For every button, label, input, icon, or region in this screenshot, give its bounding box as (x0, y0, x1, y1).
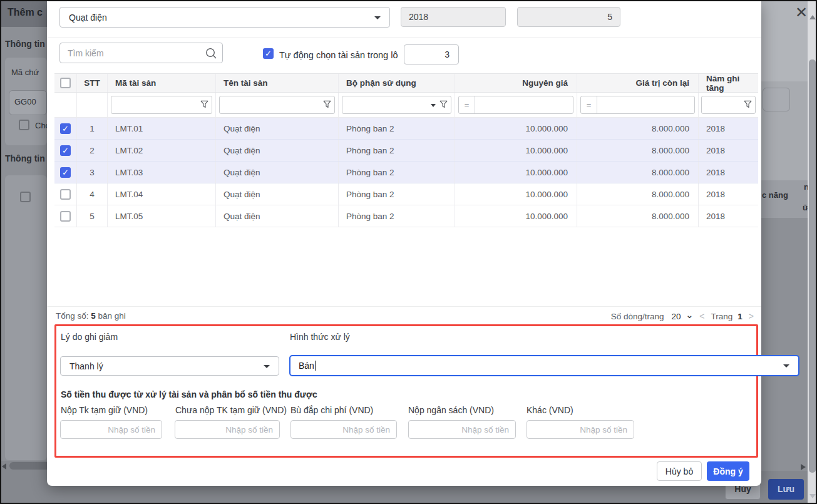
select-all-checkbox[interactable]: ✓ (60, 78, 71, 88)
column-header-cost[interactable]: Nguyên giá (455, 74, 577, 92)
background-text-fragment-2: c năng (762, 190, 788, 200)
cell-cost: 10.000.000 (455, 205, 577, 227)
row-checkbox[interactable]: ✓ (60, 145, 71, 156)
cell-year: 2018 (699, 118, 758, 139)
filter-cost-input[interactable]: = (458, 96, 573, 114)
background-checkbox-2 (20, 192, 31, 202)
row-checkbox[interactable]: ✓ (60, 123, 71, 134)
search-icon[interactable] (205, 47, 217, 62)
cell-dept: Phòng ban 2 (339, 162, 455, 183)
auto-select-count-input[interactable]: 3 (404, 44, 459, 64)
cell-name: Quạt điện (216, 183, 339, 205)
money-input-4[interactable] (408, 420, 516, 439)
money-input-5[interactable] (527, 420, 634, 439)
equals-operator-icon[interactable]: = (581, 96, 597, 113)
background-input-fragment (763, 88, 790, 111)
asset-group-dropdown[interactable]: Quạt điện (59, 7, 390, 28)
cell-code: LMT.01 (108, 118, 216, 139)
filter-remaining-input[interactable]: = (580, 96, 695, 114)
cell-stt: 4 (77, 183, 108, 205)
cell-remaining: 8.000.000 (577, 140, 699, 161)
total-count: 5 (91, 311, 96, 321)
scroll-right-arrow-icon[interactable] (801, 464, 806, 470)
row-checkbox[interactable]: ✓ (60, 167, 71, 178)
page-label: Trang (711, 312, 733, 321)
table-row[interactable]: ✓ 5 LMT.05 Quạt điện Phòng ban 2 10.000.… (54, 205, 758, 227)
filter-funnel-icon[interactable] (744, 100, 752, 110)
prev-page-button[interactable]: < (698, 311, 706, 321)
cell-stt: 1 (77, 118, 108, 139)
vertical-scrollbar-thumb[interactable] (809, 59, 816, 473)
table-row[interactable]: ✓ 2 LMT.02 Quạt điện Phòng ban 2 10.000.… (54, 140, 758, 162)
chevron-down-icon[interactable]: ⌄ (686, 310, 694, 320)
money-input-3[interactable] (290, 420, 397, 439)
total-suffix: bản ghi (98, 311, 126, 321)
money-label-3: Bù đắp chi phí (VND) (290, 405, 373, 415)
confirm-button[interactable]: Đồng ý (707, 461, 749, 481)
cell-stt: 5 (77, 205, 108, 227)
money-label-4: Nộp ngân sách (VND) (408, 405, 494, 415)
scroll-left-arrow-icon[interactable] (2, 463, 6, 470)
quantity-field: 5 (517, 7, 620, 27)
asset-disposal-modal: Quạt điện 2018 5 ✓ Tự động chọn tài sản … (47, 0, 761, 486)
column-header-code[interactable]: Mã tài sản (108, 74, 216, 92)
money-input-2[interactable] (175, 420, 280, 439)
table-row[interactable]: ✓ 1 LMT.01 Quạt điện Phòng ban 2 10.000.… (54, 118, 758, 140)
total-records: Tổng số: 5 bản ghi (56, 311, 126, 321)
column-header-stt[interactable]: STT (77, 74, 108, 92)
auto-select-label: Tự động chọn tài sản trong lô (279, 50, 398, 60)
reason-dropdown[interactable]: Thanh lý (60, 356, 279, 376)
text-cursor (315, 361, 316, 371)
auto-select-checkbox[interactable]: ✓ (263, 48, 274, 59)
background-panel-2 (5, 175, 47, 460)
money-input-1[interactable] (60, 420, 162, 439)
column-header-remaining[interactable]: Giá trị còn lại (577, 74, 699, 92)
background-section-label-1: Thông tin (5, 39, 45, 49)
pagination: Số dòng/trang 20 ⌄ < Trang 1 > (611, 311, 755, 321)
horizontal-scrollbar-thumb[interactable] (9, 462, 47, 470)
filter-dept-dropdown[interactable] (342, 96, 451, 114)
money-label-5: Khác (VND) (527, 405, 573, 415)
table-row[interactable]: ✓ 3 LMT.03 Quạt điện Phòng ban 2 10.000.… (54, 162, 758, 183)
cell-dept: Phòng ban 2 (339, 183, 455, 205)
filter-funnel-icon[interactable] (439, 100, 448, 110)
background-save-button[interactable]: Lưu (768, 479, 804, 500)
filter-funnel-icon[interactable] (323, 100, 331, 110)
reason-value: Thanh lý (69, 361, 103, 371)
cell-name: Quạt điện (216, 140, 339, 161)
rows-per-page-label: Số dòng/trang (611, 312, 664, 321)
cell-name: Quạt điện (216, 118, 339, 139)
cell-code: LMT.03 (108, 162, 216, 183)
rows-per-page-value[interactable]: 20 (672, 312, 681, 321)
filter-code-input[interactable] (111, 96, 212, 114)
current-page[interactable]: 1 (737, 312, 742, 321)
row-checkbox[interactable]: ✓ (60, 211, 71, 222)
background-section-label-2: Thông tin (5, 153, 45, 163)
scroll-up-arrow-icon[interactable] (809, 15, 816, 19)
table-filter-row: = = (54, 93, 758, 118)
cell-year: 2018 (699, 205, 758, 227)
filter-year-input[interactable] (701, 96, 756, 114)
equals-operator-icon[interactable]: = (459, 96, 475, 113)
search-input[interactable] (68, 43, 199, 63)
filter-name-input[interactable] (219, 96, 335, 114)
column-header-name[interactable]: Tên tài sản (216, 74, 339, 92)
next-page-button[interactable]: > (748, 311, 755, 321)
money-label-2: Chưa nộp TK tạm giữ (VND) (175, 405, 287, 415)
cell-cost: 10.000.000 (455, 140, 577, 161)
cancel-button[interactable]: Hủy bỏ (657, 461, 702, 481)
cell-year: 2018 (699, 140, 758, 161)
column-header-dept[interactable]: Bộ phận sử dụng (339, 74, 455, 92)
row-checkbox[interactable]: ✓ (60, 189, 71, 200)
method-combobox[interactable]: Bán (289, 355, 799, 376)
column-header-year[interactable]: Năm ghi tăng (699, 74, 758, 92)
chevron-down-icon (264, 365, 270, 368)
cell-remaining: 8.000.000 (577, 183, 699, 205)
cell-dept: Phòng ban 2 (339, 205, 455, 227)
filter-funnel-icon[interactable] (200, 100, 208, 110)
cell-remaining: 8.000.000 (577, 118, 699, 139)
cell-code: LMT.05 (108, 205, 216, 227)
table-row[interactable]: ✓ 4 LMT.04 Quạt điện Phòng ban 2 10.000.… (54, 183, 758, 205)
scroll-down-arrow-icon[interactable] (809, 494, 816, 498)
background-window-title: Thêm c (8, 7, 43, 18)
